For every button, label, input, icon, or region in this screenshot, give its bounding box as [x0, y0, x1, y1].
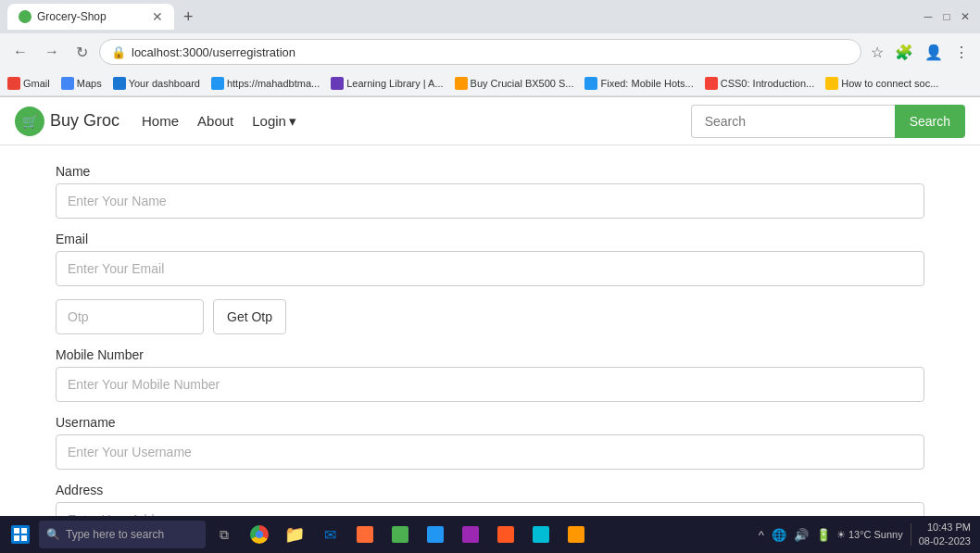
- taskbar-explorer[interactable]: 📁: [278, 518, 311, 551]
- name-group: Name: [56, 164, 924, 219]
- search-taskbar-icon: 🔍: [46, 528, 60, 541]
- clock-date: 08-02-2023: [919, 534, 971, 548]
- taskbar-app4[interactable]: [454, 518, 487, 551]
- minimize-button[interactable]: ─: [921, 9, 936, 24]
- bookmark-mahadbt-icon: [211, 77, 224, 90]
- bookmark-css[interactable]: CSS0: Introduction...: [705, 77, 815, 90]
- bookmark-gmail[interactable]: Gmail: [7, 77, 50, 90]
- bookmark-crucial-icon: [455, 77, 468, 90]
- app1-icon: [357, 526, 373, 543]
- email-group: Email: [56, 232, 924, 286]
- brand-name: Buy Groc: [50, 111, 119, 131]
- window-controls: ─ □ ✕: [921, 9, 973, 24]
- taskbar-search-placeholder: Type here to search: [66, 528, 164, 541]
- username-label: Username: [56, 415, 924, 430]
- brand-icon: 🛒: [15, 107, 44, 136]
- battery-icon[interactable]: 🔋: [814, 526, 833, 544]
- network-icon[interactable]: 🌐: [770, 526, 788, 544]
- profile-button[interactable]: 👤: [921, 40, 947, 65]
- bookmark-connect[interactable]: How to connect soc...: [825, 77, 938, 90]
- back-button[interactable]: ←: [7, 40, 33, 64]
- bookmark-connect-icon: [825, 77, 838, 90]
- tab-title: Grocery-Shop: [37, 10, 146, 23]
- brand-logo[interactable]: 🛒 Buy Groc: [15, 107, 119, 136]
- get-otp-button[interactable]: Get Otp: [213, 299, 286, 334]
- nav-home[interactable]: Home: [142, 113, 179, 129]
- bookmark-dashboard-icon: [113, 77, 126, 90]
- tray-icon-1[interactable]: ^: [757, 526, 766, 544]
- start-button[interactable]: [4, 518, 37, 551]
- app-navbar: 🛒 Buy Groc Home About Login ▾ Search: [0, 97, 980, 145]
- taskbar-chrome[interactable]: [243, 518, 276, 551]
- taskbar-icons: ⧉ 📁 ✉: [207, 518, 593, 551]
- taskbar-search[interactable]: 🔍 Type here to search: [39, 521, 206, 548]
- app5-icon: [497, 526, 514, 543]
- lock-icon: 🔒: [111, 45, 126, 59]
- nav-login-label: Login: [252, 113, 286, 129]
- tab-favicon: [19, 10, 31, 23]
- username-input[interactable]: [56, 434, 924, 470]
- bookmark-dashboard[interactable]: Your dashboard: [113, 77, 200, 90]
- svg-rect-2: [14, 535, 19, 541]
- nav-links: Home About Login ▾: [142, 113, 296, 130]
- taskbar-divider: [911, 523, 911, 546]
- taskbar-mail[interactable]: ✉: [313, 518, 346, 551]
- bookmark-mahadbt[interactable]: https://mahadbtma...: [211, 77, 320, 90]
- close-button[interactable]: ✕: [958, 9, 973, 24]
- nav-login-dropdown[interactable]: Login ▾: [252, 113, 296, 130]
- svg-rect-1: [21, 528, 27, 534]
- bookmark-crucial[interactable]: Buy Crucial BX500 S...: [455, 77, 574, 90]
- active-tab[interactable]: Grocery-Shop ✕: [7, 4, 174, 30]
- forward-button[interactable]: →: [39, 40, 65, 64]
- app7-icon: [568, 526, 584, 543]
- taskbar-app7[interactable]: [559, 518, 593, 551]
- search-button[interactable]: Search: [895, 105, 965, 138]
- address-bar-row: ← → ↻ 🔒 localhost:3000/userregistration …: [0, 33, 980, 70]
- taskbar-app2[interactable]: [383, 518, 417, 551]
- maximize-button[interactable]: □: [939, 9, 954, 24]
- mobile-label: Mobile Number: [56, 347, 924, 362]
- address-label: Address: [56, 483, 924, 497]
- weather-widget[interactable]: ☀ 13°C Sunny: [836, 529, 903, 541]
- otp-input[interactable]: [56, 299, 204, 334]
- mail-icon: ✉: [324, 526, 336, 544]
- extensions-button[interactable]: 🧩: [891, 40, 917, 65]
- address-bar[interactable]: 🔒 localhost:3000/userregistration: [99, 39, 861, 65]
- clock-display[interactable]: 10:43 PM 08-02-2023: [919, 521, 971, 549]
- app6-icon: [533, 526, 549, 543]
- nav-about[interactable]: About: [197, 113, 233, 129]
- bookmark-maps-icon: [61, 77, 74, 90]
- bookmark-maps[interactable]: Maps: [61, 77, 102, 90]
- search-input[interactable]: [691, 105, 895, 138]
- registration-form: Name Email Get Otp Mobile Number Usernam…: [0, 145, 980, 553]
- tab-bar: Grocery-Shop ✕ + ─ □ ✕: [0, 0, 980, 33]
- weather-icon: ☀: [836, 529, 846, 541]
- mobile-group: Mobile Number: [56, 347, 924, 402]
- app3-icon: [427, 526, 444, 543]
- volume-icon[interactable]: 🔊: [792, 526, 810, 544]
- bookmark-learning-icon: [331, 77, 344, 90]
- new-tab-button[interactable]: +: [178, 6, 199, 29]
- taskbar-app6[interactable]: [524, 518, 558, 551]
- mobile-input[interactable]: [56, 367, 924, 402]
- bookmark-mobile[interactable]: Fixed: Mobile Hots...: [584, 77, 693, 90]
- taskbar-app1[interactable]: [348, 518, 382, 551]
- taskbar-app3[interactable]: [419, 518, 452, 551]
- bookmarks-bar: Gmail Maps Your dashboard https://mahadb…: [0, 70, 980, 96]
- menu-button[interactable]: ⋮: [950, 40, 973, 65]
- taskbar-app5[interactable]: [489, 518, 522, 551]
- refresh-button[interactable]: ↻: [70, 40, 94, 65]
- name-input[interactable]: [56, 183, 924, 219]
- bookmark-button[interactable]: ☆: [867, 40, 887, 65]
- weather-text: 13°C Sunny: [848, 529, 903, 540]
- otp-row: Get Otp: [56, 299, 924, 334]
- dropdown-chevron-icon: ▾: [289, 113, 296, 130]
- search-area: Search: [691, 105, 965, 138]
- explorer-icon: 📁: [284, 524, 305, 545]
- tab-close-button[interactable]: ✕: [152, 9, 163, 24]
- bookmark-learning[interactable]: Learning Library | A...: [331, 77, 443, 90]
- taskbar: 🔍 Type here to search ⧉ 📁 ✉: [0, 516, 980, 553]
- url-display: localhost:3000/userregistration: [132, 45, 295, 59]
- taskbar-task-view[interactable]: ⧉: [207, 518, 241, 551]
- email-input[interactable]: [56, 251, 924, 286]
